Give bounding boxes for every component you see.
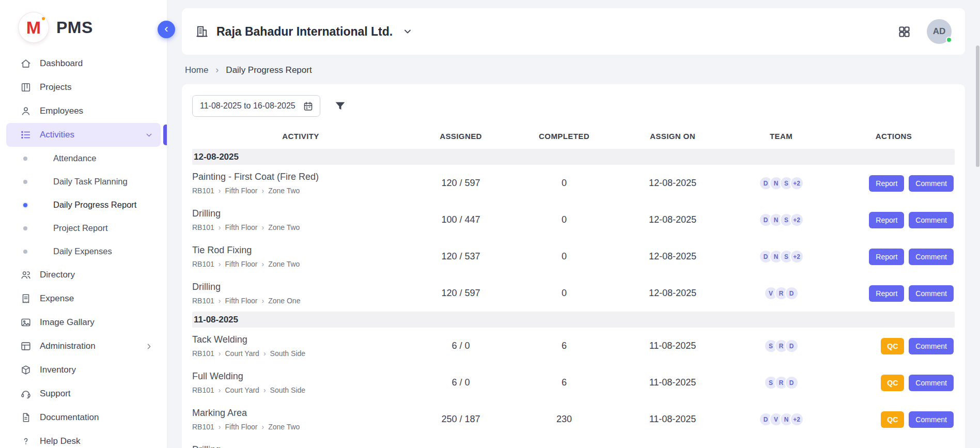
sidebar-subitem-daily-expenses[interactable]: Daily Expenses [6, 240, 161, 263]
people-icon [20, 269, 32, 281]
team-more-badge[interactable]: +2 [790, 412, 804, 426]
qc-button[interactable]: QC [881, 338, 904, 354]
comment-button[interactable]: Comment [909, 212, 954, 228]
column-header-assigned: ASSIGNED [409, 132, 512, 141]
sidebar-item-administration[interactable]: Administration [6, 334, 161, 358]
activity-title: Drilling [192, 444, 409, 448]
path-segment: Fifth Floor [225, 187, 257, 195]
activity-cell: DrillingRB101›Fifth Floor›Zone Two [192, 204, 409, 236]
breadcrumb: Home › Daily Progress Report [185, 65, 962, 75]
assigned-cell: 250 / 187 [409, 414, 512, 425]
comment-button[interactable]: Comment [909, 285, 954, 302]
report-button[interactable]: Report [869, 212, 904, 228]
activity-cell: Tack WeldingRB101›Court Yard›South Side [192, 330, 409, 362]
table-row: Painting - First Coat (Fire Red)RB101›Fi… [192, 165, 955, 202]
sidebar-subitem-project-report[interactable]: Project Report [6, 217, 161, 240]
path-segment: Fifth Floor [225, 297, 257, 305]
team-more-badge[interactable]: +2 [790, 213, 804, 227]
main-area: Raja Bahadur International Ltd. AD Home … [167, 0, 980, 448]
apps-grid-icon[interactable] [897, 25, 911, 39]
comment-button[interactable]: Comment [909, 175, 954, 192]
user-avatar[interactable]: AD [927, 19, 952, 44]
activity-path: RB101›Fifth Floor›Zone Two [192, 223, 409, 231]
assign-on-cell: 12-08-2025 [616, 288, 729, 299]
path-segment: Zone Two [268, 223, 300, 231]
qc-button[interactable]: QC [881, 375, 904, 391]
filter-row [182, 84, 965, 117]
sidebar-subitem-daily-progress-report[interactable]: Daily Progress Report [6, 193, 161, 217]
sidebar-item-projects[interactable]: Projects [6, 75, 161, 99]
sidebar-item-expense[interactable]: Expense [6, 287, 161, 311]
column-header-actions: ACTIONS [833, 132, 955, 141]
comment-button[interactable]: Comment [909, 249, 954, 265]
sidebar-collapse-button[interactable]: ‹ [158, 21, 175, 38]
table-body: 12-08-2025Painting - First Coat (Fire Re… [192, 149, 955, 448]
actions-cell: QCComment [833, 338, 955, 354]
actions-cell: QCComment [833, 411, 955, 428]
path-segment: South Side [270, 386, 306, 394]
team-more-badge[interactable]: +2 [790, 176, 804, 190]
sidebar-submenu: AttendanceDaily Task PlanningDaily Progr… [0, 147, 167, 263]
sidebar-item-image-gallary[interactable]: Image Gallary [6, 311, 161, 334]
activity-title: Drilling [192, 208, 409, 219]
sidebar-item-directory[interactable]: Directory [6, 263, 161, 287]
column-header-assign-on: ASSIGN ON [616, 132, 729, 141]
qc-button[interactable]: QC [881, 411, 904, 428]
date-range-input[interactable] [199, 101, 297, 111]
sidebar-item-label: Support [40, 389, 71, 399]
actions-cell: QCComment [833, 375, 955, 391]
team-avatar[interactable]: D [785, 339, 799, 353]
sidebar-item-label: Activities [40, 130, 74, 140]
actions-cell: ReportComment [833, 285, 955, 302]
sidebar-item-documentation[interactable]: Documentation [6, 406, 161, 429]
report-button[interactable]: Report [869, 175, 904, 192]
breadcrumb-home[interactable]: Home [185, 65, 208, 75]
path-segment: Court Yard [225, 349, 259, 358]
chevron-right-icon: › [262, 297, 265, 305]
sidebar-subitem-label: Daily Progress Report [53, 200, 136, 210]
activity-cell: DrillingRB101›Fifth Floor›Zone Two [192, 440, 409, 448]
table-row: Tie Rod FixingRB101›Fifth Floor›Zone Two… [192, 238, 955, 275]
filter-icon[interactable] [334, 100, 347, 113]
team-cell: DNS+2 [729, 213, 833, 227]
scrollbar-thumb[interactable] [976, 45, 979, 167]
completed-cell: 230 [512, 414, 616, 425]
bullet-icon [23, 250, 27, 254]
sidebar-item-inventory[interactable]: Inventory [6, 358, 161, 382]
activity-cell: DrillingRB101›Fifth Floor›Zone One [192, 277, 409, 310]
sidebar-subitem-attendance[interactable]: Attendance [6, 147, 161, 170]
activity-path: RB101›Court Yard›South Side [192, 386, 409, 394]
path-segment: Zone Two [268, 187, 300, 195]
comment-button[interactable]: Comment [909, 338, 954, 354]
comment-button[interactable]: Comment [909, 411, 954, 428]
sidebar-subitem-label: Daily Task Planning [53, 177, 128, 187]
sidebar-item-activities[interactable]: Activities [6, 123, 161, 147]
user-icon [20, 105, 32, 117]
date-range-picker[interactable] [192, 95, 320, 117]
sidebar-subitem-label: Attendance [53, 153, 96, 163]
sidebar-item-help-desk[interactable]: Help Desk [6, 429, 161, 448]
support-icon [20, 388, 32, 399]
report-button[interactable]: Report [869, 285, 904, 302]
table-row: Marking AreaRB101›Fifth Floor›Zone Two25… [192, 401, 955, 438]
sidebar-item-label: Dashboard [40, 58, 83, 69]
company-selector[interactable]: Raja Bahadur International Ltd. [195, 25, 413, 39]
team-avatar[interactable]: D [785, 286, 799, 300]
sidebar-subitem-daily-task-planning[interactable]: Daily Task Planning [6, 170, 161, 193]
sidebar-item-label: Image Gallary [40, 317, 95, 328]
column-header-activity: ACTIVITY [192, 132, 409, 141]
avatar-initials: AD [933, 26, 946, 37]
report-button[interactable]: Report [869, 249, 904, 265]
sidebar-item-support[interactable]: Support [6, 382, 161, 406]
path-segment: RB101 [192, 187, 214, 195]
comment-button[interactable]: Comment [909, 375, 954, 391]
sidebar-item-dashboard[interactable]: Dashboard [6, 52, 161, 75]
team-more-badge[interactable]: +2 [790, 250, 804, 264]
sidebar-item-employees[interactable]: Employees [6, 99, 161, 123]
logo-m-icon: M [19, 12, 49, 42]
chevron-right-icon: › [219, 297, 221, 305]
team-avatar[interactable]: D [785, 376, 799, 390]
activity-cell: Tie Rod FixingRB101›Fifth Floor›Zone Two [192, 240, 409, 273]
chevron-right-icon: › [219, 223, 221, 231]
app-logo: M PMS [0, 0, 167, 45]
